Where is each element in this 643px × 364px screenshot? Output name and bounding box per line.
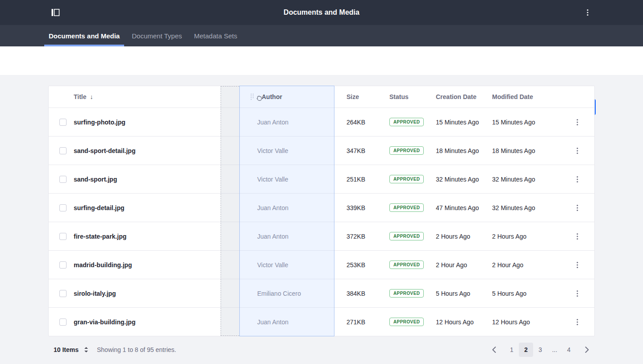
status-badge: APPROVED (389, 318, 424, 326)
tab-document-types[interactable]: Document Types (127, 25, 186, 46)
next-page-chevron-icon[interactable] (580, 343, 594, 357)
modified-date-cell: 12 Hours Ago (492, 318, 530, 326)
row-actions-kebab-icon[interactable] (572, 229, 583, 244)
row-actions-kebab-icon[interactable] (572, 115, 583, 129)
row-checkbox[interactable] (59, 233, 67, 240)
tab-label: Document Types (132, 32, 182, 40)
row-actions-kebab-icon[interactable] (572, 172, 583, 186)
table-row: sand-sport.jpg Victor Valle 251KB APPROV… (49, 165, 594, 193)
status-badge: APPROVED (389, 118, 424, 126)
row-checkbox[interactable] (59, 318, 67, 326)
size-cell: 372KB (347, 233, 365, 240)
table-row: gran-via-building.jpg Juan Anton 271KB A… (49, 307, 594, 336)
drag-handle-icon (250, 93, 255, 100)
row-checkbox[interactable] (59, 204, 67, 211)
row-actions-kebab-icon[interactable] (572, 315, 583, 329)
file-name[interactable]: sand-sport.jpg (74, 176, 117, 183)
tab-label: Documents and Media (49, 32, 120, 40)
tab-metadata-sets[interactable]: Metadata Sets (189, 25, 242, 46)
column-header-title[interactable]: Title ↓ (74, 93, 221, 100)
row-actions-kebab-icon[interactable] (572, 144, 583, 158)
status-badge: APPROVED (389, 175, 424, 183)
modified-date-header-label: Modified Date (492, 93, 533, 100)
row-checkbox[interactable] (59, 119, 67, 126)
page-button[interactable]: 3 (533, 343, 547, 357)
size-cell: 347KB (347, 147, 365, 154)
file-name[interactable]: surfing-photo.jpg (74, 119, 125, 126)
size-cell: 339KB (347, 204, 365, 211)
author-cell: Juan Anton (257, 204, 288, 211)
results-summary: Showing 1 to 8 of 95 entries. (97, 343, 176, 357)
status-badge: APPROVED (389, 289, 424, 298)
size-cell: 384KB (347, 290, 365, 297)
table-row: surfing-detail.jpg Juan Anton 339KB APPR… (49, 193, 594, 222)
file-name[interactable]: surfing-detail.jpg (74, 204, 125, 211)
modified-date-cell: 32 Minutes Ago (492, 204, 535, 211)
author-cell: Juan Anton (257, 318, 288, 326)
pagination-bar: 10 Items Showing 1 to 8 of 95 entries. 1… (0, 335, 643, 364)
management-toolbar: Filter and Order (0, 46, 643, 75)
file-name[interactable]: sand-sport-detail.jpg (74, 147, 135, 154)
creation-date-cell: 47 Minutes Ago (436, 204, 479, 211)
file-name[interactable]: madrid-building.jpg (74, 261, 132, 269)
author-cell: Victor Valle (257, 176, 288, 183)
row-checkbox[interactable] (59, 261, 67, 269)
row-checkbox[interactable] (59, 176, 67, 183)
creation-date-cell: 5 Hours Ago (436, 290, 470, 297)
author-cell: Victor Valle (257, 261, 288, 269)
tab-label: Metadata Sets (194, 32, 237, 40)
size-header-label: Size (347, 93, 359, 100)
creation-date-cell: 32 Minutes Ago (436, 176, 479, 183)
status-badge: APPROVED (389, 146, 424, 155)
tab-documents-and-media[interactable]: Documents and Media (44, 25, 124, 46)
page-button[interactable]: 1 (505, 343, 519, 357)
items-per-page-selector[interactable]: 10 Items (54, 343, 88, 357)
status-badge: APPROVED (389, 261, 424, 269)
row-checkbox[interactable] (59, 147, 67, 154)
previous-page-chevron-icon[interactable] (487, 343, 501, 357)
navigation-tabs: Documents and Media Document Types Metad… (0, 25, 643, 46)
creation-date-cell: 12 Hours Ago (436, 318, 474, 326)
modified-date-cell: 2 Hour Ago (492, 261, 523, 269)
file-name[interactable]: gran-via-building.jpg (74, 318, 135, 326)
table-row: fire-state-park.jpg Juan Anton 372KB APP… (49, 222, 594, 250)
author-cell: Juan Anton (257, 233, 288, 240)
size-cell: 271KB (347, 318, 365, 326)
row-actions-kebab-icon[interactable] (572, 286, 583, 301)
page-title: Documents and Media (0, 8, 643, 17)
page-button-current[interactable]: 2 (519, 343, 533, 357)
column-header-author[interactable]: Author (239, 91, 334, 103)
file-name[interactable]: sirolo-italy.jpg (74, 290, 116, 297)
row-checkbox[interactable] (59, 290, 67, 297)
creation-date-cell: 2 Hour Ago (436, 261, 467, 269)
status-badge: APPROVED (389, 203, 424, 212)
control-menu-bar: Documents and Media (0, 0, 643, 25)
pagination-controls: 1 2 3 ... 4 (487, 343, 594, 357)
row-actions-kebab-icon[interactable] (572, 258, 583, 272)
status-header-label: Status (389, 93, 409, 100)
table-header-row: Title ↓ Author Size Status Creation Date… (49, 86, 594, 108)
file-name[interactable]: fire-state-park.jpg (74, 233, 126, 240)
author-header-label: Author (262, 93, 282, 100)
modified-date-cell: 18 Minutes Ago (492, 147, 535, 154)
page-ellipsis[interactable]: ... (547, 343, 562, 357)
creation-date-cell: 15 Minutes Ago (436, 119, 479, 126)
options-kebab-icon[interactable] (580, 5, 595, 20)
size-cell: 264KB (347, 119, 365, 126)
modified-date-cell: 15 Minutes Ago (492, 119, 535, 126)
product-menu-icon[interactable] (48, 5, 63, 20)
row-actions-kebab-icon[interactable] (572, 201, 583, 215)
size-cell: 251KB (347, 176, 365, 183)
table-row: surfing-photo.jpg Juan Anton 264KB APPRO… (49, 108, 594, 136)
size-cell: 253KB (347, 261, 365, 269)
author-cell: Emiliano Cicero (257, 290, 301, 297)
table-row: sand-sport-detail.jpg Victor Valle 347KB… (49, 136, 594, 165)
status-badge: APPROVED (389, 232, 424, 240)
selector-arrows-icon (84, 347, 88, 353)
creation-date-cell: 18 Minutes Ago (436, 147, 479, 154)
author-cell: Juan Anton (257, 119, 288, 126)
modified-date-cell: 2 Hours Ago (492, 233, 526, 240)
table-row: madrid-building.jpg Victor Valle 253KB A… (49, 250, 594, 279)
author-cell: Victor Valle (257, 147, 288, 154)
page-button[interactable]: 4 (562, 343, 576, 357)
